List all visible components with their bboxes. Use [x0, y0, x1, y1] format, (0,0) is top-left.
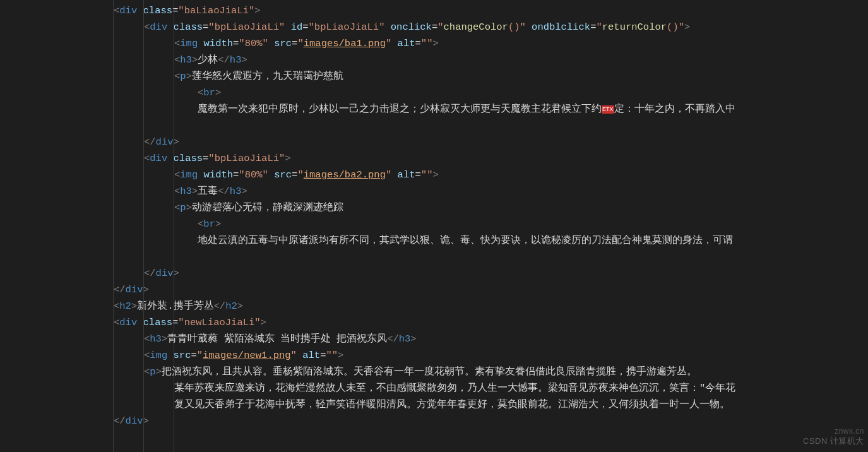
- attr-value: 80%: [245, 169, 263, 181]
- text-content: 魔教第一次来犯中原时，少林以一己之力击退之；少林寂灭大师更与天魔教主花君候立下约: [198, 104, 602, 115]
- text-content: 定：十年之内，不再踏入中: [614, 104, 735, 115]
- code-line[interactable]: <h3>五毒</h3>: [0, 183, 868, 199]
- code-line[interactable]: </div>: [0, 413, 868, 429]
- code-line[interactable]: <div class="newLiaoJiaLi">: [0, 314, 868, 331]
- attr-value: returnColor: [602, 21, 667, 33]
- code-line[interactable]: <p>莲华怒火震遐方，九天瑞霭护慈航: [0, 68, 868, 85]
- code-line[interactable]: <div class="baLiaoJiaLi">: [0, 3, 868, 19]
- code-line[interactable]: <h2>新外装.携手芳丛</h2>: [0, 298, 868, 314]
- text-content: 莲华怒火震遐方，九天瑞霭护慈航: [192, 71, 343, 82]
- code-line[interactable]: [0, 117, 868, 134]
- watermark-lower: CSDN 计算机大: [803, 433, 864, 449]
- code-line[interactable]: [0, 249, 868, 265]
- text-content: 五毒: [198, 186, 218, 197]
- code-line[interactable]: 复又见天香弟子于花海中抚琴，轻声笑语伴暖阳清风。方觉年年春更好，莫负眼前花。江湖…: [0, 396, 868, 413]
- text-content: 复又见天香弟子于花海中抚琴，轻声笑语伴暖阳清风。方觉年年春更好，莫负眼前花。江湖…: [174, 399, 730, 410]
- code-line[interactable]: <h3>少林</h3>: [0, 52, 868, 68]
- text-content: 少林: [198, 54, 218, 66]
- code-line[interactable]: <h3>青青叶葳蕤 紫陌洛城东 当时携手处 把酒祝东风</h3>: [0, 331, 868, 347]
- code-line[interactable]: <br>: [0, 216, 868, 232]
- code-line[interactable]: <br>: [0, 85, 868, 101]
- text-content: 某年苏夜来应邀来访，花海烂漫然故人未至，不由感慨聚散匆匆，乃人生一大憾事。梁知音…: [174, 383, 735, 394]
- code-line[interactable]: </div>: [0, 134, 868, 150]
- code-line[interactable]: <img width="80%" src="images/ba1.png" al…: [0, 35, 868, 52]
- attr-value: newLiaoJiaLi: [184, 317, 255, 328]
- attr-value: images/ba1.png: [304, 38, 386, 49]
- attr-value: 80%: [245, 38, 263, 49]
- attr-value: bpLiaoJiaLi: [215, 153, 279, 164]
- code-line[interactable]: <p>把酒祝东风，且共从容。垂杨紫陌洛城东。天香谷有一年一度花朝节。素有挚友眷侣…: [0, 364, 868, 380]
- code-line[interactable]: <div class="bpLiaoJiaLi">: [0, 150, 868, 167]
- text-content: 青青叶葳蕤 紫陌洛城东 当时携手处 把酒祝东风: [167, 333, 387, 345]
- code-line[interactable]: </div>: [0, 282, 868, 298]
- code-line[interactable]: <img width="80%" src="images/ba2.png" al…: [0, 167, 868, 183]
- code-line[interactable]: <img src="images/new1.png" alt="">: [0, 347, 868, 364]
- text-content: 新外装.携手芳丛: [137, 300, 213, 312]
- text-content: 地处云滇的五毒与中原诸派均有所不同，其武学以狠、诡、毒、快为要诀，以诡秘凌厉的刀…: [198, 235, 733, 246]
- attr-value: images/new1.png: [203, 350, 291, 361]
- attr-value: changeColor: [444, 21, 508, 33]
- code-line[interactable]: 魔教第一次来犯中原时，少林以一己之力击退之；少林寂灭大师更与天魔教主花君候立下约…: [0, 101, 868, 117]
- attr-value: bpLiaoJiaLi: [215, 21, 279, 33]
- etx-badge: ETX: [602, 105, 614, 114]
- code-line[interactable]: 地处云滇的五毒与中原诸派均有所不同，其武学以狠、诡、毒、快为要诀，以诡秘凌厉的刀…: [0, 232, 868, 249]
- attr-value: bpLiaoJiaLi: [314, 21, 379, 33]
- code-line[interactable]: 某年苏夜来应邀来访，花海烂漫然故人未至，不由感慨聚散匆匆，乃人生一大憾事。梁知音…: [0, 380, 868, 396]
- code-line[interactable]: <p>动游碧落心无碍，静藏深渊迹绝踪: [0, 199, 868, 216]
- attr-value: images/ba2.png: [304, 169, 386, 181]
- text-content: 把酒祝东风，且共从容。垂杨紫陌洛城东。天香谷有一年一度花朝节。素有挚友眷侣借此良…: [162, 366, 697, 378]
- code-editor[interactable]: <div class="baLiaoJiaLi"> <div class="bp…: [0, 0, 868, 429]
- text-content: 动游碧落心无碍，静藏深渊迹绝踪: [192, 202, 343, 213]
- attr-value: baLiaoJiaLi: [184, 5, 249, 16]
- code-line[interactable]: <div class="bpLiaoJiaLi" id="bpLiaoJiaLi…: [0, 19, 868, 35]
- code-line[interactable]: </div>: [0, 265, 868, 282]
